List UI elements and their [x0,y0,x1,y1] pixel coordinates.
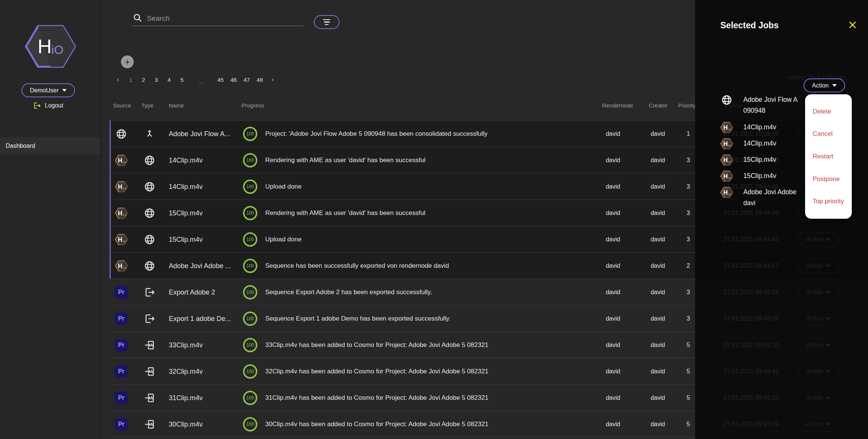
rendernode-cell: david [594,121,632,147]
pr-badge: Pr [114,305,129,332]
menu-item-postpone[interactable]: Postpone [805,172,852,187]
page-button-48[interactable]: 48 [255,76,264,84]
globe-icon [720,93,734,107]
selected-job-name: 15Clip.m4v [743,154,809,165]
hco-badge: Hco [720,121,734,134]
page-next-button[interactable]: › [268,75,277,84]
hco-badge: Hco [720,169,734,183]
rendernode-cell: david [594,226,632,253]
import-icon: A [142,332,157,358]
hco-badge: Hco [114,226,129,253]
add-job-button[interactable]: + [121,55,134,68]
panel-action-button[interactable]: Action [804,78,845,92]
selected-job-name: Adobe Jovi Adobedavi [743,187,809,209]
search-icon [133,13,142,24]
search-bar [132,11,304,26]
filter-button[interactable] [314,15,339,29]
column-header-name[interactable]: Name [169,102,184,109]
creator-cell: david [639,305,677,332]
chevron-down-icon [832,84,837,87]
progress-ring: 100 [243,232,257,247]
svg-text:co: co [728,176,732,180]
hco-badge: Hco [720,186,734,199]
filter-icon [323,19,330,20]
sidebar-item-dashboard[interactable]: Dashboard [0,137,100,155]
import-icon: A [142,385,157,411]
creator-cell: david [639,385,677,411]
svg-text:co: co [728,160,732,164]
svg-text:co: co [122,266,127,270]
svg-text:H: H [118,263,122,269]
creator-cell: david [639,173,677,200]
creator-cell: david [639,358,677,385]
page-button-2[interactable]: 2 [139,76,148,84]
progress-ring: 100 [243,312,257,326]
page-button-5[interactable]: 5 [177,76,186,84]
hco-badge: Hco [114,200,129,226]
job-name: Export Adobe 2 [169,279,237,305]
svg-text:A: A [150,343,153,347]
svg-text:A: A [150,422,153,427]
app-logo: HiO [24,23,77,69]
page-button-4[interactable]: 4 [165,76,174,84]
job-name: Export 1 adobe De... [169,305,237,332]
user-menu-button[interactable]: DemoUser [21,83,75,97]
svg-text:co: co [122,239,127,243]
svg-text:H: H [723,173,728,180]
rendernode-cell: david [594,200,632,226]
column-header-rendernode[interactable]: Rendernode [602,102,633,109]
creator-cell: david [639,121,677,147]
menu-item-restart[interactable]: Restart [805,149,852,164]
progress-ring: 100 [243,180,257,194]
svg-text:H: H [723,157,728,163]
column-header-type[interactable]: Type [141,102,154,109]
job-name: 33Clip.m4v [169,332,237,358]
search-input[interactable] [146,12,298,25]
progress-indicator: 100 [243,385,258,411]
svg-text:H: H [118,236,122,243]
action-dropdown-menu: DeleteCancelRestartPostponeTop priority [805,94,852,219]
column-header-priority[interactable]: Priority [678,102,696,109]
progress-indicator: 100 [243,226,258,253]
globe-icon [142,253,157,279]
svg-text:H: H [723,124,728,131]
rendernode-cell: david [594,411,632,437]
close-icon[interactable] [847,20,858,31]
svg-text:H: H [118,157,122,164]
rendernode-cell: david [594,279,632,305]
user-name-label: DemoUser [30,87,58,94]
menu-item-delete[interactable]: Delete [805,104,852,119]
pr-badge: Pr [114,358,129,385]
creator-cell: david [639,332,677,358]
selected-jobs-panel: Selected Jobs Action Adobe Jovi Flow A09… [695,0,868,439]
progress-indicator: 100 [243,358,258,385]
page-prev-button[interactable]: ‹ [113,75,122,84]
creator-cell: david [639,147,677,173]
column-header-source[interactable]: Source [113,102,131,109]
rendernode-cell: david [594,358,632,385]
pr-badge: Pr [114,411,129,437]
menu-item-cancel[interactable]: Cancel [805,126,852,141]
job-name: 14Clip.m4v [169,173,237,200]
page-button-3[interactable]: 3 [152,76,161,84]
page-button-47[interactable]: 47 [242,76,251,84]
page-button-1[interactable]: 1 [126,76,135,84]
svg-text:H: H [118,210,122,216]
selected-job-name: 15Clip.m4v [743,170,809,181]
progress-ring: 100 [243,338,257,352]
page-button-46[interactable]: 46 [229,76,238,84]
hco-badge: Hco [114,253,129,279]
page-button-45[interactable]: 45 [216,76,225,84]
progress-ring: 100 [243,391,257,405]
selected-job-name: 14Clip.m4v [743,122,809,133]
progress-indicator: 100 [243,121,258,147]
progress-indicator: 100 [243,253,258,279]
job-name: 31Clip.m4v [169,385,237,411]
progress-indicator: 100 [243,411,258,437]
selected-job-name: 14Clip.m4v [743,138,809,149]
column-header-creator[interactable]: Creator [649,102,668,109]
column-header-progress[interactable]: Progress [241,102,264,109]
menu-item-top-priority[interactable]: Top priority [805,194,852,209]
svg-text:co: co [728,192,732,196]
panel-title: Selected Jobs [720,20,779,31]
